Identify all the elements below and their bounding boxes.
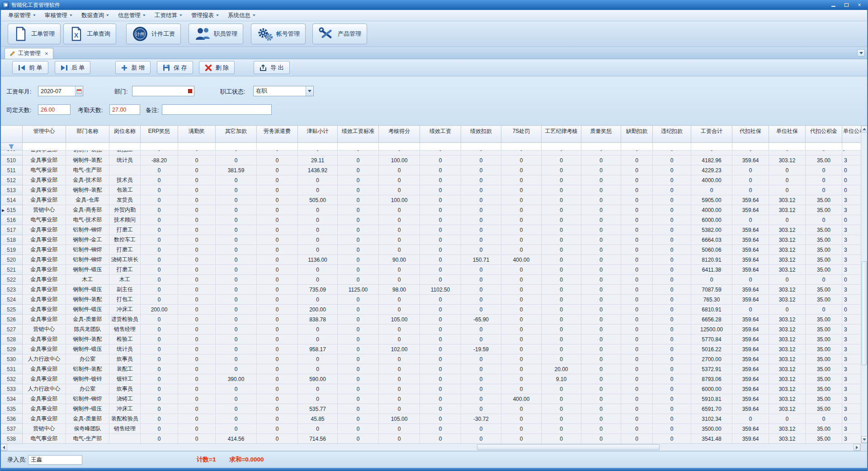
grid-cell[interactable]: 200.00 [298,305,338,315]
grid-cell[interactable]: 0 [298,275,338,285]
grid-cell[interactable]: 0 [379,384,420,394]
record-button-5[interactable]: 导 出 [254,61,290,74]
grid-cell[interactable]: 0 [501,295,542,305]
grid-cell[interactable]: 0 [298,295,338,305]
grid-cell[interactable]: 0 [420,205,461,215]
grid-cell[interactable]: 0 [501,364,542,374]
grid-cell[interactable]: 0 [653,255,691,265]
grid-cell[interactable]: 进货检验员 [109,315,141,325]
grid-cell[interactable]: 0 [461,384,501,394]
grid-cell[interactable]: 0 [141,315,178,325]
grid-cell[interactable]: 303.12 [769,315,806,325]
grid-cell[interactable]: 0 [298,175,338,185]
grid-cell[interactable]: 0 [178,165,216,175]
grid-cell[interactable]: 0 [581,364,621,374]
grid-cell[interactable]: 包装工 [109,185,141,195]
grid-cell[interactable]: 0 [581,325,621,334]
column-header[interactable]: 违纪扣款 [653,126,691,143]
grid-cell[interactable]: 303.12 [769,394,806,404]
grid-cell[interactable]: 0 [298,215,338,225]
filter-cell[interactable] [581,143,621,151]
grid-cell[interactable]: 0 [178,424,216,434]
grid-cell[interactable]: 359.64 [732,374,769,384]
grid-cell[interactable]: 0 [257,295,298,305]
grid-cell[interactable]: 0 [542,404,581,414]
grid-cell[interactable]: 0 [542,354,581,364]
grid-cell[interactable]: 0 [379,265,420,275]
grid-cell[interactable]: 0 [501,245,542,255]
filter-cell[interactable] [806,143,842,151]
grid-cell[interactable]: 0 [542,315,581,325]
column-header[interactable]: 代扣社保 [732,126,769,143]
grid-cell[interactable]: 0 [420,384,461,394]
grid-cell[interactable]: 技术顾问 [109,215,141,225]
grid-cell[interactable]: 0 [141,175,178,185]
grid-cell[interactable]: 0 [621,245,653,255]
grid-cell[interactable]: 0 [379,165,420,175]
grid-cell[interactable]: 金具事业部 [23,195,66,205]
grid-cell[interactable]: 0 [542,414,581,424]
grid-cell[interactable]: 0 [653,295,691,305]
grid-cell[interactable]: 发货员 [109,195,141,205]
grid-cell[interactable]: 0 [621,185,653,195]
grid-cell[interactable]: 6000.00 [691,384,732,394]
grid-cell[interactable]: 0 [461,404,501,414]
grid-cell[interactable]: 35.00 [806,344,842,354]
grid-cell[interactable]: 0 [501,225,542,235]
grid-cell[interactable]: 0 [298,384,338,394]
grid-cell[interactable]: 0 [178,394,216,404]
filter-cell[interactable] [501,143,542,151]
grid-cell[interactable]: 0 [842,414,861,424]
grid-cell[interactable]: 0 [420,325,461,334]
grid-cell[interactable]: 0 [379,404,420,414]
grid-cell[interactable]: 检验工 [109,334,141,344]
grid-cell[interactable]: 金具事业部 [23,175,66,185]
grid-cell[interactable]: 0 [216,285,257,295]
grid-cell[interactable]: 0 [141,394,178,404]
grid-cell[interactable]: 0 [216,265,257,275]
grid-cell[interactable]: 0 [501,384,542,394]
toolbar-button-2[interactable]: 计件计件工资 [126,24,181,44]
grid-cell[interactable]: 0 [379,364,420,374]
grid-cell[interactable]: 0 [178,215,216,225]
grid-cell[interactable]: 0 [542,255,581,265]
grid-cell[interactable]: 0 [420,255,461,265]
grid-cell[interactable]: 0 [178,354,216,364]
grid-cell[interactable]: 0 [542,215,581,225]
grid-cell[interactable]: 0 [216,215,257,225]
grid-cell[interactable]: 0 [216,175,257,185]
grid-cell[interactable]: 3102.34 [691,414,732,424]
grid-cell[interactable]: 3 [842,285,861,295]
grid-cell[interactable]: 303.12 [769,354,806,364]
grid-cell[interactable]: 0 [178,384,216,394]
grid-cell[interactable]: 303.12 [769,404,806,414]
grid-cell[interactable]: 人力行政中心 [23,384,66,394]
grid-cell[interactable]: 0 [581,195,621,205]
grid-cell[interactable]: 400.00 [501,255,542,265]
grid-cell[interactable]: 0 [621,225,653,235]
grid-cell[interactable]: 0 [420,315,461,325]
grid-cell[interactable]: 3 [842,404,861,414]
grid-cell[interactable]: 0 [653,225,691,235]
grid-cell[interactable]: 303.12 [769,325,806,334]
grid-cell[interactable]: 303.12 [769,235,806,245]
menu-item-3[interactable]: 信息管理 [113,10,150,21]
grid-cell[interactable]: 0 [653,275,691,285]
grid-cell[interactable]: 浇铸工 [109,394,141,404]
grid-cell[interactable]: 5016.22 [691,344,732,354]
grid-cell[interactable]: 0 [769,414,806,424]
grid-cell[interactable]: 12500.00 [691,325,732,334]
grid-cell[interactable]: 0 [141,364,178,374]
grid-cell[interactable]: 0 [420,165,461,175]
grid-cell[interactable]: 0 [842,165,861,175]
grid-cell[interactable]: 6411.38 [691,265,732,275]
grid-cell[interactable]: 0 [621,364,653,374]
department-field[interactable] [132,86,194,96]
remark-field[interactable] [162,104,272,115]
grid-cell[interactable]: 0 [141,245,178,255]
grid-cell[interactable]: 414.56 [216,434,257,444]
grid-cell[interactable]: 金具事业部 [23,225,66,235]
grid-cell[interactable]: 9.10 [542,374,581,384]
grid-cell[interactable]: 0 [178,334,216,344]
grid-cell[interactable]: 0 [141,225,178,235]
